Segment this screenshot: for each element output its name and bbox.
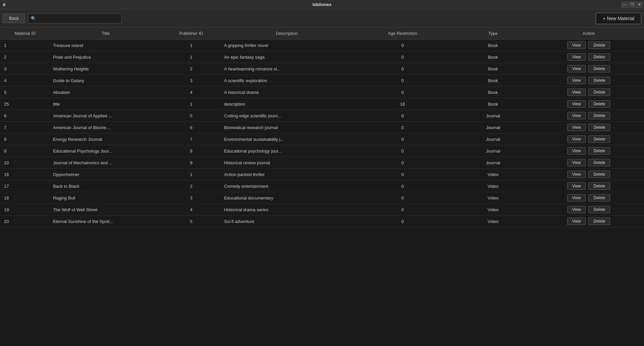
- col-material-id: Material ID: [0, 27, 50, 40]
- table-row: 2Pride and Prejudice1An epic fantasy sag…: [0, 51, 644, 63]
- search-icon: 🔍: [31, 16, 36, 21]
- col-type: Type: [453, 27, 533, 40]
- view-button[interactable]: View: [567, 171, 586, 178]
- cell-type: Book: [453, 40, 533, 51]
- col-description: Description: [221, 27, 352, 40]
- view-button[interactable]: View: [567, 206, 586, 213]
- view-button[interactable]: View: [567, 182, 586, 190]
- delete-button[interactable]: Delete: [588, 218, 610, 225]
- delete-button[interactable]: Delete: [588, 65, 610, 72]
- delete-button[interactable]: Delete: [588, 206, 610, 213]
- cell-type: Journal: [453, 157, 533, 169]
- delete-button[interactable]: Delete: [588, 182, 610, 190]
- cell-title: Treasure Island: [50, 40, 161, 51]
- cell-type: Journal: [453, 122, 533, 133]
- cell-action: ViewDelete: [533, 192, 644, 204]
- close-button[interactable]: ✕: [636, 2, 643, 8]
- view-button[interactable]: View: [567, 65, 586, 72]
- table-body: 1Treasure Island1A gripping thriller nov…: [0, 40, 644, 227]
- view-button[interactable]: View: [567, 89, 586, 96]
- delete-button[interactable]: Delete: [588, 194, 610, 201]
- toolbar: Back 🔍 + New Material: [0, 9, 644, 27]
- back-button[interactable]: Back: [3, 13, 25, 23]
- delete-button[interactable]: Delete: [588, 112, 610, 119]
- delete-button[interactable]: Delete: [588, 159, 610, 166]
- cell-id: 17: [0, 180, 50, 192]
- cell-description: An epic fantasy saga: [221, 51, 352, 63]
- cell-action: ViewDelete: [533, 157, 644, 169]
- new-material-button[interactable]: + New Material: [596, 13, 641, 24]
- cell-type: Book: [453, 51, 533, 63]
- table-row: 18Raging Bull3Educational documentary0Vi…: [0, 192, 644, 204]
- cell-id: 20: [0, 216, 50, 227]
- cell-type: Video: [453, 216, 533, 227]
- cell-id: 10: [0, 157, 50, 169]
- col-title: Title: [50, 27, 161, 40]
- cell-publisher-id: 1: [161, 51, 221, 63]
- view-button[interactable]: View: [567, 135, 586, 143]
- delete-button[interactable]: Delete: [588, 100, 610, 108]
- cell-age-restriction: 0: [352, 169, 453, 180]
- cell-description: Action-packed thriller: [221, 169, 352, 180]
- cell-id: 8: [0, 133, 50, 145]
- cell-id: 4: [0, 75, 50, 86]
- cell-age-restriction: 0: [352, 133, 453, 145]
- cell-age-restriction: 0: [352, 86, 453, 98]
- cell-action: ViewDelete: [533, 86, 644, 98]
- cell-age-restriction: 0: [352, 204, 453, 216]
- view-button[interactable]: View: [567, 147, 586, 155]
- delete-button[interactable]: Delete: [588, 89, 610, 96]
- cell-age-restriction: 0: [352, 40, 453, 51]
- cell-publisher-id: 5: [161, 110, 221, 122]
- cell-description: Biomedical research journal: [221, 122, 352, 133]
- table-row: 9Educational Psychology Jour...8Educatio…: [0, 145, 644, 157]
- cell-description: Educational psychology jour...: [221, 145, 352, 157]
- delete-button[interactable]: Delete: [588, 77, 610, 84]
- cell-title: Eternal Sunshine of the Spotl...: [50, 216, 161, 227]
- cell-age-restriction: 0: [352, 63, 453, 75]
- search-input[interactable]: [38, 16, 119, 21]
- cell-action: ViewDelete: [533, 204, 644, 216]
- cell-id: 1: [0, 40, 50, 51]
- delete-button[interactable]: Delete: [588, 53, 610, 61]
- cell-publisher-id: 5: [161, 216, 221, 227]
- cell-age-restriction: 18: [352, 98, 453, 110]
- cell-title: Pride and Prejudice: [50, 51, 161, 63]
- cell-description: A historical drama: [221, 86, 352, 98]
- cell-type: Book: [453, 98, 533, 110]
- cell-action: ViewDelete: [533, 63, 644, 75]
- cell-action: ViewDelete: [533, 98, 644, 110]
- cell-action: ViewDelete: [533, 169, 644, 180]
- view-button[interactable]: View: [567, 218, 586, 225]
- delete-button[interactable]: Delete: [588, 124, 610, 131]
- cell-age-restriction: 0: [352, 157, 453, 169]
- cell-title: Oppenheimer: [50, 169, 161, 180]
- view-button[interactable]: View: [567, 53, 586, 61]
- cell-publisher-id: 8: [161, 145, 221, 157]
- cell-action: ViewDelete: [533, 145, 644, 157]
- cell-age-restriction: 0: [352, 180, 453, 192]
- view-button[interactable]: View: [567, 124, 586, 131]
- delete-button[interactable]: Delete: [588, 135, 610, 143]
- cell-action: ViewDelete: [533, 133, 644, 145]
- cell-description: A scientific exploration: [221, 75, 352, 86]
- delete-button[interactable]: Delete: [588, 171, 610, 178]
- cell-type: Video: [453, 192, 533, 204]
- cell-id: 3: [0, 63, 50, 75]
- view-button[interactable]: View: [567, 42, 586, 49]
- col-publisher-id: Publisher ID: [161, 27, 221, 40]
- cell-publisher-id: 2: [161, 63, 221, 75]
- view-button[interactable]: View: [567, 159, 586, 166]
- view-button[interactable]: View: [567, 100, 586, 108]
- restore-button[interactable]: ❐: [629, 2, 635, 8]
- table-row: 5Absalom4A historical drama0BookViewDele…: [0, 86, 644, 98]
- view-button[interactable]: View: [567, 112, 586, 119]
- toolbar-left: Back 🔍: [3, 13, 122, 23]
- minimize-button[interactable]: —: [621, 2, 628, 8]
- view-button[interactable]: View: [567, 77, 586, 84]
- delete-button[interactable]: Delete: [588, 147, 610, 155]
- cell-action: ViewDelete: [533, 216, 644, 227]
- cell-age-restriction: 0: [352, 110, 453, 122]
- view-button[interactable]: View: [567, 194, 586, 201]
- delete-button[interactable]: Delete: [588, 42, 610, 49]
